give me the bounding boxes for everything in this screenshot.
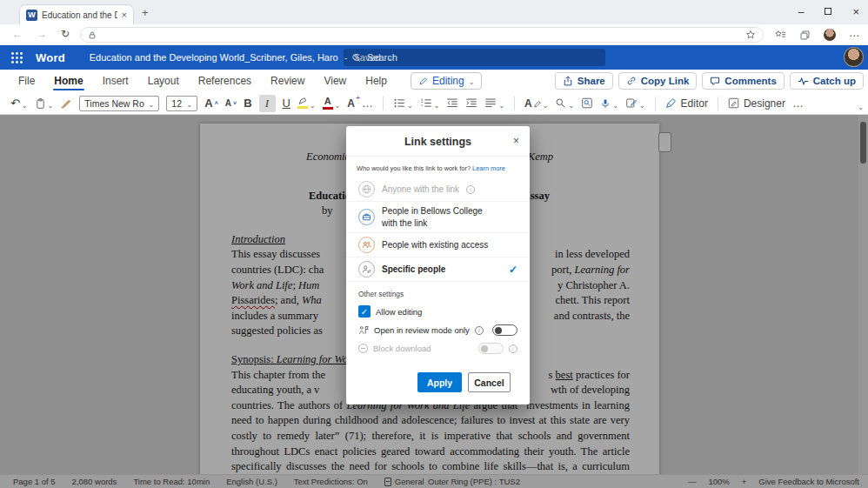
word-header: Word Education and the Developing World_… (0, 45, 868, 70)
favorite-star-icon[interactable] (745, 30, 756, 40)
editor-button[interactable]: Editor (665, 97, 708, 110)
favorites-bar-icon[interactable] (775, 30, 786, 41)
browser-profile-avatar[interactable] (824, 29, 836, 41)
minimize-icon[interactable] (798, 3, 805, 19)
allow-editing-checkbox[interactable]: ✓ (358, 305, 371, 318)
collections-icon[interactable] (799, 30, 811, 41)
link-option-people-with-existing-access[interactable]: People with existing access (346, 233, 530, 257)
grow-font-button[interactable]: A˄ (204, 97, 217, 110)
undo-button[interactable]: ↶ (10, 96, 28, 111)
tab-layout[interactable]: Layout (138, 70, 189, 92)
tab-references[interactable]: References (189, 70, 261, 92)
review-mode-row: Open in review mode only i (346, 321, 530, 339)
maximize-icon[interactable] (825, 8, 831, 15)
block-download-row: Block download i (346, 339, 530, 358)
browser-actions (775, 27, 859, 43)
app-launcher-icon[interactable] (10, 51, 23, 64)
review-mode-icon (358, 325, 369, 336)
window-controls (798, 3, 859, 19)
editing-mode-button[interactable]: Editing (411, 72, 482, 90)
collapse-ribbon-icon[interactable] (858, 97, 864, 113)
link-option-specific-people[interactable]: Specific people✓ (346, 257, 530, 282)
info-icon: i (509, 344, 517, 353)
tab-help[interactable]: Help (356, 70, 397, 92)
font-name-select[interactable]: Times New Ro... (79, 96, 159, 111)
close-icon[interactable] (852, 3, 859, 19)
allow-editing-row[interactable]: ✓ Allow editing (346, 302, 530, 321)
comments-button[interactable]: Comments (702, 72, 784, 90)
cancel-button[interactable]: Cancel (468, 372, 511, 392)
selected-check-icon: ✓ (509, 264, 517, 276)
address-bar[interactable] (80, 27, 764, 43)
text-effects-button[interactable]: A (347, 97, 355, 110)
bullets-button[interactable] (393, 96, 413, 111)
copy-link-button[interactable]: Copy Link (618, 72, 698, 90)
tab-file[interactable]: File (9, 70, 44, 92)
catch-up-button[interactable]: Catch up (790, 72, 864, 90)
link-option-people-in-bellows-college-with-the-link[interactable]: People in Bellows College with the link (346, 202, 530, 233)
brush-icon (60, 97, 72, 110)
note-pen-icon (625, 97, 638, 109)
tab-review[interactable]: Review (261, 70, 314, 92)
tab-home[interactable]: Home (44, 70, 92, 92)
back-icon[interactable]: ← (12, 28, 23, 40)
italic-button[interactable]: I (259, 95, 276, 112)
tab-insert[interactable]: Insert (93, 70, 138, 92)
dialog-close-icon[interactable]: × (513, 135, 519, 147)
divider (655, 97, 656, 110)
dictate-button[interactable] (600, 96, 618, 111)
designer-icon (728, 97, 739, 109)
alignment-button[interactable] (484, 96, 504, 111)
info-icon[interactable]: i (475, 326, 484, 335)
shrink-font-button[interactable]: A˅ (225, 98, 237, 108)
dialog-footer: Apply Cancel (346, 358, 530, 404)
more-commands-button[interactable] (792, 97, 804, 110)
bold-button[interactable]: B (244, 97, 251, 110)
globe-icon (358, 181, 375, 197)
review-mode-toggle[interactable] (492, 324, 517, 336)
designer-button[interactable]: Designer (728, 97, 785, 110)
learn-more-link[interactable]: Learn more (472, 164, 505, 172)
block-download-toggle (478, 343, 504, 354)
apply-button[interactable]: Apply (417, 372, 462, 392)
font-size-select[interactable]: 12 (166, 96, 197, 111)
copy-link-icon (626, 76, 637, 86)
forward-icon[interactable]: → (37, 28, 47, 40)
styles-button[interactable]: A (524, 96, 548, 111)
chevron-down-icon (469, 75, 475, 87)
share-button[interactable]: Share (555, 72, 613, 90)
tab-close-icon[interactable]: × (122, 10, 127, 20)
find-replace-button[interactable] (581, 97, 593, 109)
link-settings-dialog: Link settings × Who would you like this … (346, 126, 530, 404)
align-justify-icon (484, 97, 497, 109)
find-button[interactable] (555, 96, 574, 111)
reload-icon[interactable]: ↻ (61, 28, 70, 40)
increase-indent-button[interactable] (465, 97, 477, 109)
account-avatar[interactable] (844, 47, 864, 67)
link-option-anyone-with-the-link[interactable]: Anyone with the linki (346, 177, 530, 202)
search-input[interactable]: Search (344, 49, 605, 66)
new-tab-button[interactable]: + (142, 6, 149, 19)
share-icon (563, 76, 573, 86)
paste-button[interactable] (35, 96, 54, 111)
browser-menu-icon[interactable] (849, 27, 859, 43)
search-document-icon (581, 97, 593, 109)
browser-tab[interactable]: Education and the Developing W × (19, 4, 134, 24)
tab-view[interactable]: View (314, 70, 356, 92)
tab-title: Education and the Developing W (42, 10, 117, 20)
block-download-icon (358, 344, 368, 353)
transcribe-button[interactable] (625, 96, 645, 111)
numbering-button[interactable] (420, 96, 440, 111)
browser-toolbar: ← → ↻ (0, 24, 868, 45)
more-font-options-button[interactable] (362, 97, 373, 110)
app-name[interactable]: Word (36, 51, 65, 64)
divider (383, 97, 384, 110)
underline-button[interactable]: U (283, 97, 290, 110)
format-painter-button[interactable] (60, 97, 72, 110)
highlight-color-button[interactable] (297, 96, 316, 111)
microphone-icon (600, 97, 611, 110)
style-pen-icon (534, 99, 541, 108)
dialog-header: Link settings × (346, 126, 530, 157)
decrease-indent-button[interactable] (446, 97, 458, 109)
font-color-button[interactable]: A (323, 96, 341, 111)
